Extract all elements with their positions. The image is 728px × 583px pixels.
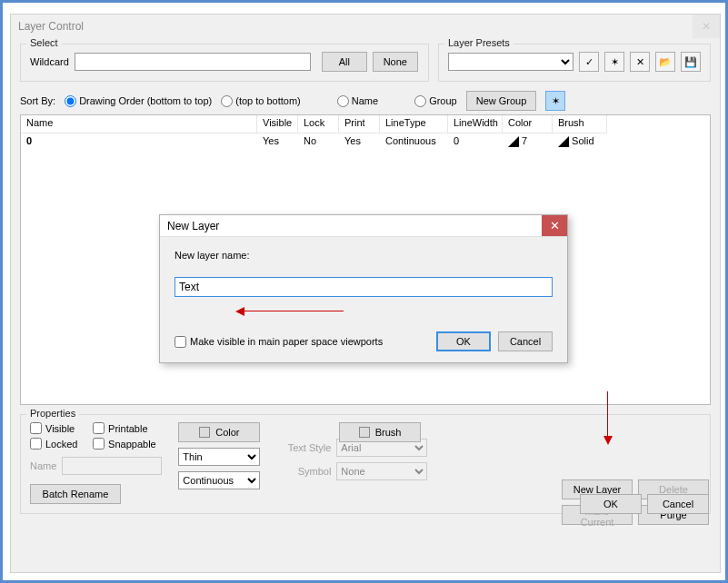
- symbol-combo[interactable]: None: [336, 462, 427, 480]
- window-close-button[interactable]: ✕: [693, 15, 720, 38]
- color-swatch-icon: [508, 136, 519, 147]
- properties-legend: Properties: [26, 408, 79, 419]
- brush-swatch-icon: [558, 136, 569, 147]
- cell-lock: No: [298, 133, 339, 152]
- presets-combo[interactable]: [448, 53, 573, 71]
- col-brush[interactable]: Brush: [553, 115, 607, 133]
- sort-by-row: Sort By: Drawing Order (bottom to top) (…: [20, 91, 711, 111]
- symbol-label: Symbol: [276, 466, 331, 477]
- annotation-arrow-input: [244, 311, 344, 311]
- col-name[interactable]: Name: [21, 115, 257, 133]
- sort-name-radio[interactable]: Name: [337, 95, 378, 107]
- preset-open-button[interactable]: [655, 52, 675, 72]
- dialog-title: New Layer: [167, 220, 219, 232]
- sortby-label: Sort By:: [20, 95, 55, 106]
- dialog-cancel-button[interactable]: Cancel: [498, 331, 553, 351]
- dialog-titlebar: New Layer ✕: [160, 215, 567, 237]
- cell-visible: Yes: [257, 133, 298, 152]
- brush-swatch-icon: [359, 427, 370, 438]
- cell-linetype: Continuous: [380, 133, 448, 152]
- layer-presets-group: Layer Presets ✓ ✶ ✕: [438, 44, 711, 82]
- select-legend: Select: [26, 37, 62, 48]
- col-linetype[interactable]: LineType: [380, 115, 448, 133]
- presets-legend: Layer Presets: [444, 37, 514, 48]
- table-row[interactable]: 0 Yes No Yes Continuous 0 7 Solid: [21, 133, 710, 152]
- color-swatch-icon: [199, 427, 210, 438]
- preset-save-button[interactable]: [681, 52, 701, 72]
- name-label: Name: [30, 460, 56, 471]
- color-button[interactable]: Color: [178, 422, 260, 442]
- wildcard-label: Wildcard: [30, 56, 69, 67]
- textstyle-label: Text Style: [276, 442, 331, 453]
- lineweight-combo[interactable]: Thin: [178, 448, 260, 466]
- preset-apply-button[interactable]: ✓: [579, 52, 599, 72]
- grid-header: Name Visible Lock Print LineType LineWid…: [21, 115, 710, 133]
- ok-button[interactable]: OK: [580, 494, 642, 514]
- new-layer-name-input[interactable]: [175, 277, 553, 297]
- col-linewidth[interactable]: LineWidth: [448, 115, 503, 133]
- new-layer-name-label: New layer name:: [175, 250, 553, 261]
- col-print[interactable]: Print: [339, 115, 380, 133]
- batch-rename-button[interactable]: Batch Rename: [30, 484, 121, 504]
- group-star-button[interactable]: ✶: [545, 91, 565, 111]
- cell-linewidth: 0: [448, 133, 503, 152]
- annotation-arrow-newlayer: [607, 391, 608, 437]
- cell-name: 0: [26, 135, 32, 146]
- cell-color: 7: [503, 133, 553, 152]
- preset-delete-button[interactable]: ✕: [630, 52, 650, 72]
- preset-star-button[interactable]: ✶: [604, 52, 624, 72]
- wildcard-input[interactable]: [75, 53, 311, 71]
- cell-print: Yes: [339, 133, 380, 152]
- window-title: Layer Control: [18, 20, 84, 33]
- sort-group-radio[interactable]: Group: [414, 95, 457, 107]
- cell-brush: Solid: [553, 133, 607, 152]
- sort-top-to-bottom-radio[interactable]: (top to bottom): [221, 95, 301, 107]
- name-input[interactable]: [62, 457, 162, 475]
- select-all-button[interactable]: All: [322, 52, 367, 72]
- window-titlebar: Layer Control ✕: [11, 15, 720, 38]
- col-color[interactable]: Color: [503, 115, 553, 133]
- snappable-checkbox[interactable]: Snappable: [93, 438, 162, 450]
- new-group-button[interactable]: New Group: [466, 91, 537, 111]
- linetype-combo[interactable]: Continuous: [178, 471, 260, 489]
- select-group: Select Wildcard All None: [20, 44, 429, 82]
- dialog-close-button[interactable]: ✕: [542, 215, 567, 236]
- col-visible[interactable]: Visible: [257, 115, 298, 133]
- locked-checkbox[interactable]: Locked: [30, 438, 84, 450]
- visible-checkbox[interactable]: Visible: [30, 422, 84, 434]
- new-layer-dialog: New Layer ✕ New layer name: Make visible…: [159, 214, 568, 363]
- cancel-button[interactable]: Cancel: [647, 494, 709, 514]
- printable-checkbox[interactable]: Printable: [93, 422, 162, 434]
- brush-button[interactable]: Brush: [339, 422, 421, 442]
- sort-drawing-order-radio[interactable]: Drawing Order (bottom to top): [65, 95, 212, 107]
- make-visible-checkbox[interactable]: Make visible in main paper space viewpor…: [175, 336, 383, 348]
- col-lock[interactable]: Lock: [298, 115, 339, 133]
- dialog-ok-button[interactable]: OK: [436, 331, 491, 351]
- select-none-button[interactable]: None: [373, 52, 418, 72]
